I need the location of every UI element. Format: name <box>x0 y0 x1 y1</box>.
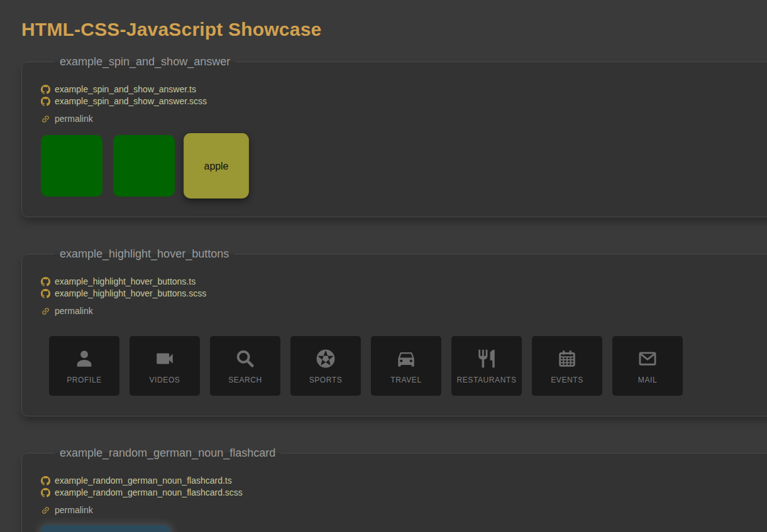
permalink-link[interactable]: permalink <box>55 505 93 515</box>
source-link-row: example_random_german_noun_flashcard.scs… <box>41 487 767 499</box>
button-label: SPORTS <box>309 376 343 384</box>
button-label: RESTAURANTS <box>456 376 516 384</box>
permalink-row: permalink <box>41 505 767 515</box>
spin-cards-demo: apple <box>41 135 767 197</box>
button-label: MAIL <box>638 376 657 384</box>
button-label: VIDEOS <box>150 376 180 384</box>
section-random-german-noun-flashcard: example_random_german_noun_flashcard exa… <box>21 447 767 532</box>
source-link-row: example_highlight_hover_buttons.scss <box>41 288 767 300</box>
german-flashcard-demo <box>41 525 767 532</box>
flash-card-back[interactable] <box>113 135 175 197</box>
flash-card-back[interactable] <box>41 135 102 197</box>
soccer-ball-icon <box>314 347 337 370</box>
source-link-row: example_highlight_hover_buttons.ts <box>41 276 767 288</box>
link-icon <box>39 304 52 317</box>
github-icon <box>41 85 50 94</box>
permalink-link[interactable]: permalink <box>55 306 93 316</box>
section-legend: example_highlight_hover_buttons <box>55 247 234 261</box>
fork-knife-icon <box>475 347 498 370</box>
video-camera-icon <box>153 347 176 370</box>
sports-button[interactable]: SPORTS <box>290 336 361 396</box>
source-link-ts[interactable]: example_random_german_noun_flashcard.ts <box>55 475 232 487</box>
events-button[interactable]: EVENTS <box>532 336 602 396</box>
permalink-row: permalink <box>41 114 767 124</box>
hover-buttons-demo: PROFILE VIDEOS SEARCH SPORTS <box>49 336 767 396</box>
source-link-row: example_spin_and_show_answer.scss <box>41 95 767 107</box>
github-icon <box>41 476 50 486</box>
person-icon <box>73 347 96 370</box>
link-icon <box>39 112 52 125</box>
permalink-row: permalink <box>41 306 767 316</box>
calendar-icon <box>556 347 578 370</box>
page-title: HTML-CSS-JavaScript Showcase <box>21 19 767 40</box>
envelope-icon <box>636 347 659 370</box>
source-link-ts[interactable]: example_spin_and_show_answer.ts <box>55 84 196 95</box>
travel-button[interactable]: TRAVEL <box>371 336 441 396</box>
mail-button[interactable]: MAIL <box>612 336 683 396</box>
source-link-scss[interactable]: example_spin_and_show_answer.scss <box>55 95 207 107</box>
source-link-row: example_spin_and_show_answer.ts <box>41 84 767 95</box>
link-icon <box>39 503 52 516</box>
source-link-ts[interactable]: example_highlight_hover_buttons.ts <box>55 276 196 288</box>
section-legend: example_random_german_noun_flashcard <box>55 447 280 460</box>
showcase-page: HTML-CSS-JavaScript Showcase example_spi… <box>0 19 767 532</box>
button-label: PROFILE <box>67 376 102 384</box>
source-links: example_spin_and_show_answer.ts example_… <box>41 84 767 107</box>
restaurants-button[interactable]: RESTAURANTS <box>451 336 522 396</box>
button-label: SEARCH <box>228 376 262 384</box>
search-icon <box>234 347 257 370</box>
section-highlight-hover-buttons: example_highlight_hover_buttons example_… <box>21 247 767 416</box>
button-label: TRAVEL <box>390 376 421 384</box>
car-icon <box>395 347 417 370</box>
button-label: EVENTS <box>551 376 583 384</box>
permalink-link[interactable]: permalink <box>55 114 93 124</box>
search-button[interactable]: SEARCH <box>210 336 280 396</box>
source-link-scss[interactable]: example_highlight_hover_buttons.scss <box>55 288 206 300</box>
github-icon <box>41 289 50 298</box>
source-links: example_highlight_hover_buttons.ts examp… <box>41 276 767 300</box>
github-icon <box>41 277 50 286</box>
german-noun-flashcard[interactable] <box>41 525 170 532</box>
github-icon <box>41 97 50 106</box>
github-icon <box>41 488 50 497</box>
flash-card-answer[interactable]: apple <box>184 133 249 198</box>
source-link-scss[interactable]: example_random_german_noun_flashcard.scs… <box>55 487 243 499</box>
source-links: example_random_german_noun_flashcard.ts … <box>41 475 767 499</box>
source-link-row: example_random_german_noun_flashcard.ts <box>41 475 767 487</box>
videos-button[interactable]: VIDEOS <box>130 336 200 396</box>
section-legend: example_spin_and_show_answer <box>55 55 235 68</box>
profile-button[interactable]: PROFILE <box>49 336 119 396</box>
section-spin-and-show-answer: example_spin_and_show_answer example_spi… <box>21 55 767 217</box>
